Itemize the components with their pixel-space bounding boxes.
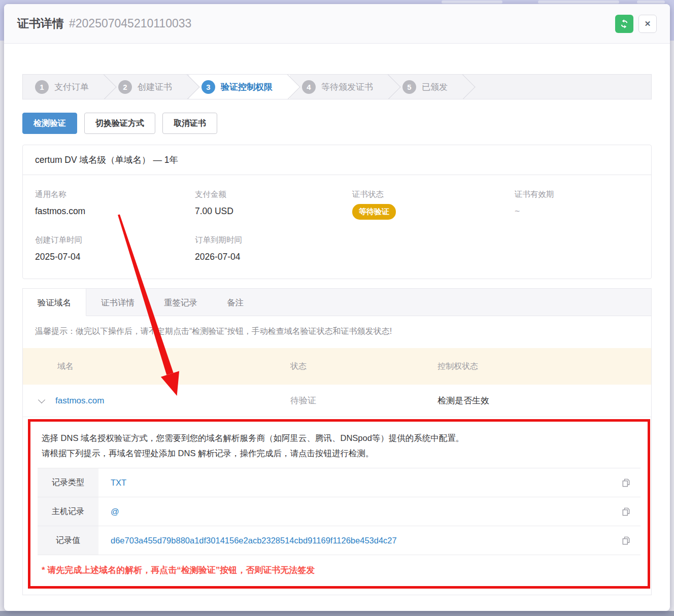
domain-link[interactable]: fastmos.com: [55, 396, 104, 406]
step-pay-order: 1 支付订单: [23, 75, 106, 99]
background-ghost-text: [442, 1, 502, 4]
copy-record-type-button[interactable]: [611, 478, 641, 488]
header-actions: ✕: [615, 15, 657, 33]
step-number-badge: 4: [302, 80, 316, 94]
close-button[interactable]: ✕: [638, 15, 657, 33]
field-certificate-validity: 证书有效期 ~: [515, 189, 639, 220]
field-order-created: 创建订单时间 2025-07-04: [35, 235, 195, 262]
refresh-icon: [619, 19, 629, 29]
copy-icon: [621, 536, 631, 545]
column-domain: 域名: [23, 361, 290, 372]
modal-body: 1 支付订单 2 创建证书 3 验证控制权限 4 等待颁发证书 5 已颁发: [4, 44, 670, 595]
tab-verify-domain[interactable]: 验证域名: [23, 289, 86, 316]
close-icon: ✕: [645, 19, 651, 28]
dns-record-table: 记录类型 TXT 主机记录 @: [38, 468, 641, 555]
step-create-cert: 2 创建证书: [106, 75, 189, 99]
background-ghost-text: [637, 1, 665, 4]
refresh-button[interactable]: [615, 15, 633, 33]
step-number-badge: 2: [118, 80, 132, 94]
step-verify-control: 3 验证控制权限: [189, 75, 290, 99]
tip-text: 温馨提示：做完以下操作后，请不定期点击“检测验证”按钮，手动检查域名验证状态和证…: [23, 316, 651, 348]
record-row-host: 主机记录 @: [38, 497, 641, 526]
domain-table-header: 域名 状态 控制权状态: [23, 348, 651, 385]
step-issued: 5 已颁发: [390, 75, 465, 99]
copy-record-value-button[interactable]: [611, 536, 641, 545]
certificate-info-card: certum DV 域名级（单域名） — 1年 通用名称 fastmos.com…: [22, 145, 652, 279]
domain-status: 待验证: [290, 395, 437, 406]
record-row-value: 记录值 d6e703a455d79b880a1df3014156e2acb232…: [38, 526, 641, 555]
step-wizard-filler: [465, 75, 651, 99]
dns-instruction-line1: 选择 DNS 域名授权验证方式，您需要到您的域名解析服务商（如阿里云、腾讯、DN…: [42, 431, 636, 446]
domain-table-row: fastmos.com 待验证 检测是否生效: [23, 385, 651, 417]
dns-warning-text: * 请先完成上述域名的解析，再点击“检测验证”按钮，否则证书无法签发: [42, 564, 636, 576]
dns-instructions: 选择 DNS 域名授权验证方式，您需要到您的域名解析服务商（如阿里云、腾讯、DN…: [38, 430, 641, 468]
column-control-status: 控制权状态: [437, 361, 651, 372]
order-number: #202507045210110033: [69, 17, 191, 30]
background-ghost-text: [538, 1, 619, 4]
certificate-info-grid: 通用名称 fastmos.com 支付金额 7.00 USD 证书状态 等待验证…: [23, 175, 651, 279]
tab-panel: 验证域名 证书详情 重签记录 备注 温馨提示：做完以下操作后，请不定期点击“检测…: [22, 288, 652, 595]
field-common-name: 通用名称 fastmos.com: [35, 189, 195, 220]
field-payment-amount: 支付金额 7.00 USD: [195, 189, 352, 220]
status-badge: 等待验证: [352, 204, 396, 220]
switch-verification-method-button[interactable]: 切换验证方式: [84, 113, 155, 134]
step-wizard: 1 支付订单 2 创建证书 3 验证控制权限 4 等待颁发证书 5 已颁发: [22, 74, 652, 99]
tab-bar: 验证域名 证书详情 重签记录 备注: [23, 289, 651, 316]
field-certificate-status: 证书状态 等待验证: [352, 189, 515, 220]
record-txt-value: d6e703a455d79b880a1df3014156e2acb2328514…: [98, 536, 611, 545]
tab-reissue-records[interactable]: 重签记录: [149, 289, 212, 316]
chevron-down-icon[interactable]: [38, 396, 45, 403]
tab-certificate-detail[interactable]: 证书详情: [86, 289, 149, 316]
step-number-badge: 3: [201, 80, 215, 94]
step-wait-issue: 4 等待颁发证书: [290, 75, 390, 99]
modal-header: 证书详情 #202507045210110033 ✕: [4, 4, 670, 44]
action-buttons: 检测验证 切换验证方式 取消证书: [22, 113, 652, 134]
copy-record-host-button[interactable]: [611, 507, 641, 517]
control-status-action[interactable]: 检测是否生效: [437, 395, 651, 406]
record-host-value: @: [98, 507, 611, 517]
column-status: 状态: [290, 361, 437, 372]
record-type-value: TXT: [98, 478, 611, 488]
copy-icon: [621, 478, 631, 488]
field-order-expiry: 订单到期时间 2026-07-04: [195, 235, 352, 262]
record-row-type: 记录类型 TXT: [38, 468, 641, 497]
certificate-detail-modal: 证书详情 #202507045210110033 ✕: [4, 4, 670, 611]
step-number-badge: 5: [402, 80, 416, 94]
check-verification-button[interactable]: 检测验证: [22, 113, 77, 134]
tab-notes[interactable]: 备注: [212, 289, 258, 316]
dns-verification-panel: 选择 DNS 域名授权验证方式，您需要到您的域名解析服务商（如阿里云、腾讯、DN…: [28, 419, 650, 589]
modal-title: 证书详情: [17, 16, 64, 31]
step-number-badge: 1: [35, 80, 49, 94]
cancel-certificate-button[interactable]: 取消证书: [162, 113, 217, 134]
copy-icon: [621, 507, 631, 517]
product-title: certum DV 域名级（单域名） — 1年: [23, 145, 651, 175]
dns-instruction-line2: 请根据下列提示，再域名管理处添加 DNS 解析记录，操作完成后，请点击按钮进行检…: [42, 446, 636, 461]
